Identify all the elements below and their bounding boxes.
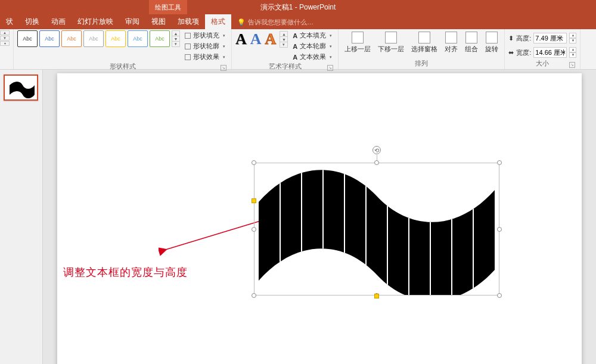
resize-handle-r[interactable] xyxy=(497,227,502,232)
resize-handle-t[interactable] xyxy=(374,160,379,165)
shape-style-swatch[interactable]: Abc xyxy=(128,30,148,47)
shape-style-swatch[interactable]: Abc xyxy=(61,30,82,47)
wordart-gallery-more[interactable]: ▲▼▾ xyxy=(280,31,288,48)
group-label-shape-styles: 形状样式 xyxy=(110,63,136,70)
wordart-gallery[interactable]: A A A ▲▼▾ xyxy=(235,30,288,48)
selection-pane-icon xyxy=(418,32,430,43)
group-size: ⬍ 高度: ▲▼ ⬌ 宽度: ▲▼ 大小↘ xyxy=(505,29,581,69)
rotation-handle[interactable]: ⟲ xyxy=(372,146,381,154)
shape-effects-button[interactable]: 形状效果▾ xyxy=(182,52,228,62)
workspace: 调整文本框的宽度与高度 ⟲ xyxy=(0,70,596,364)
text-outline-button[interactable]: A文本轮廓▾ xyxy=(290,41,334,51)
shape-style-swatch[interactable]: Abc xyxy=(17,30,38,47)
slide-canvas[interactable]: 调整文本框的宽度与高度 ⟲ xyxy=(57,73,582,364)
height-icon: ⬍ xyxy=(508,35,514,42)
tab-view[interactable]: 视图 xyxy=(145,14,172,29)
group-icon xyxy=(465,32,477,43)
text-fill-button[interactable]: A文本填充▾ xyxy=(290,30,334,41)
width-icon: ⬌ xyxy=(508,49,514,57)
wordart-style-1[interactable]: A xyxy=(235,30,247,48)
selection-border xyxy=(254,163,499,295)
group-wordart-styles: A A A ▲▼▾ A文本填充▾ A文本轮廓▾ A文本效果▾ 艺术字样式↘ xyxy=(232,29,339,69)
resize-handle-bl[interactable] xyxy=(252,293,256,298)
height-input[interactable] xyxy=(533,33,567,43)
selected-shape-bounding-box[interactable]: ⟲ xyxy=(254,163,499,295)
tab-shapes-partial[interactable]: 状 xyxy=(0,14,19,29)
text-fill-icon: A xyxy=(293,32,297,39)
shape-style-gallery-more[interactable]: ▲▼▾ xyxy=(172,30,180,47)
tab-addins[interactable]: 加载项 xyxy=(172,14,205,29)
resize-handle-br[interactable] xyxy=(497,293,502,298)
shape-style-swatch[interactable]: Abc xyxy=(105,30,126,47)
width-spin-up[interactable]: ▲ xyxy=(569,47,576,52)
title-bar: 绘图工具 演示文稿1 - PowerPoint xyxy=(0,0,596,14)
bring-forward-icon xyxy=(352,32,364,43)
shape-fill-button[interactable]: 形状填充▾ xyxy=(182,30,228,41)
align-icon xyxy=(445,32,457,43)
group-arrange: 上移一层 下移一层 选择窗格 对齐 组合 旋转 排列 xyxy=(339,29,505,69)
align-button[interactable]: 对齐 xyxy=(442,30,460,55)
thumbnail-shape-icon xyxy=(8,79,36,98)
ribbon: ▲▼▾ Abc Abc Abc Abc Abc Abc Abc ▲▼▾ 形状填充… xyxy=(0,29,596,70)
adjust-handle-1[interactable] xyxy=(252,198,256,203)
shape-style-swatch[interactable]: Abc xyxy=(83,30,104,47)
effects-icon xyxy=(185,54,191,60)
shape-style-swatch[interactable]: Abc xyxy=(150,30,170,47)
tell-me-search[interactable]: 💡 告诉我您想要做什么… xyxy=(237,18,313,29)
height-label: 高度: xyxy=(516,34,531,43)
outline-icon xyxy=(185,43,191,49)
contextual-tab-drawing-tools: 绘图工具 xyxy=(149,0,187,14)
text-effects-button[interactable]: A文本效果▾ xyxy=(290,52,334,62)
slide-thumbnails-panel xyxy=(0,70,43,364)
slide-thumbnail-1[interactable] xyxy=(4,74,38,101)
width-spin-down[interactable]: ▼ xyxy=(569,52,576,58)
resize-handle-tr[interactable] xyxy=(497,160,502,165)
tab-format[interactable]: 格式 xyxy=(205,14,231,29)
resize-handle-l[interactable] xyxy=(252,227,256,232)
shape-style-gallery[interactable]: Abc Abc Abc Abc Abc Abc Abc ▲▼▾ xyxy=(17,30,180,47)
tab-animations[interactable]: 动画 xyxy=(45,14,72,29)
group-button[interactable]: 组合 xyxy=(462,30,480,55)
height-spin-up[interactable]: ▲ xyxy=(569,33,576,38)
group-insert-shapes: ▲▼▾ xyxy=(0,29,14,69)
text-effects-icon: A xyxy=(293,54,297,61)
slide-edit-area[interactable]: 调整文本框的宽度与高度 ⟲ xyxy=(43,70,596,364)
fill-icon xyxy=(185,33,191,39)
height-spin-down[interactable]: ▼ xyxy=(569,38,576,43)
group-label-wordart: 艺术字样式 xyxy=(269,63,302,70)
ribbon-tabs: 状 切换 动画 幻灯片放映 审阅 视图 加载项 格式 💡 告诉我您想要做什么… xyxy=(0,14,596,29)
group-label-size: 大小 xyxy=(536,60,549,67)
annotation-text: 调整文本框的宽度与高度 xyxy=(63,265,188,279)
width-label: 宽度: xyxy=(516,48,531,57)
selection-pane-button[interactable]: 选择窗格 xyxy=(409,30,440,55)
tab-review[interactable]: 审阅 xyxy=(119,14,145,29)
rotate-button[interactable]: 旋转 xyxy=(483,30,501,55)
wordart-style-3[interactable]: A xyxy=(265,30,277,48)
adjust-handle-2[interactable] xyxy=(374,294,379,298)
shape-styles-launcher[interactable]: ↘ xyxy=(221,65,226,71)
wordart-launcher[interactable]: ↘ xyxy=(327,65,333,71)
text-outline-icon: A xyxy=(293,43,297,50)
shape-style-swatch[interactable]: Abc xyxy=(39,30,60,47)
shape-outline-button[interactable]: 形状轮廓▾ xyxy=(182,41,228,51)
bring-forward-button[interactable]: 上移一层 xyxy=(342,30,373,55)
group-shape-styles: Abc Abc Abc Abc Abc Abc Abc ▲▼▾ 形状填充▾ 形状… xyxy=(14,29,232,69)
width-input[interactable] xyxy=(533,47,567,58)
resize-handle-tl[interactable] xyxy=(252,160,256,165)
send-backward-icon xyxy=(385,32,397,43)
rotate-icon xyxy=(486,32,498,43)
tab-slideshow[interactable]: 幻灯片放映 xyxy=(72,14,119,29)
tell-me-placeholder: 告诉我您想要做什么… xyxy=(248,18,313,27)
document-title: 演示文稿1 - PowerPoint xyxy=(260,2,336,13)
size-launcher[interactable]: ↘ xyxy=(569,62,575,68)
insert-shapes-more[interactable]: ▲▼▾ xyxy=(0,30,10,46)
wordart-style-2[interactable]: A xyxy=(250,30,262,48)
send-backward-button[interactable]: 下移一层 xyxy=(375,30,406,55)
tab-transitions[interactable]: 切换 xyxy=(19,14,45,29)
group-label-arrange: 排列 xyxy=(415,60,428,67)
lightbulb-icon: 💡 xyxy=(237,18,246,26)
